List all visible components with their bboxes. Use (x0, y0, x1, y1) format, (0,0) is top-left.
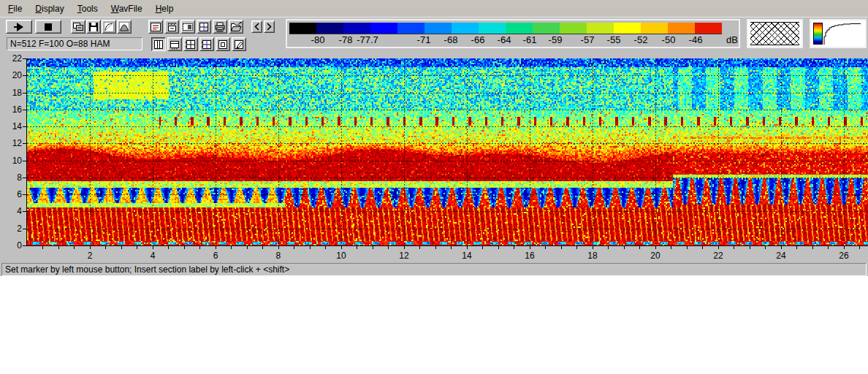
y-axis-tick (23, 93, 26, 94)
db-label--64: -64 (498, 34, 511, 45)
y-axis-tick (23, 229, 26, 229)
color-segment-13 (641, 23, 668, 34)
layout-box-button[interactable] (216, 37, 230, 51)
y-axis-tick (23, 178, 26, 178)
layout-rows-button[interactable] (167, 37, 182, 51)
x-axis-tick (750, 246, 750, 249)
x-axis-tick (231, 246, 232, 249)
waveform-overview-box (747, 19, 803, 48)
window-function-icon (119, 22, 129, 32)
x-axis-label-4: 4 (151, 251, 156, 261)
scale-curve-button[interactable] (102, 20, 116, 34)
db-label--57: -57 (581, 34, 595, 45)
layout-grid-button[interactable] (183, 37, 198, 51)
y-axis-label-8: 8 (1, 172, 22, 183)
x-axis-tick (467, 246, 468, 249)
x-axis-tick (781, 246, 782, 249)
layout-box-icon (217, 39, 229, 50)
x-axis-tick (294, 246, 294, 249)
x-axis-tick (734, 246, 734, 249)
menu-help[interactable]: Help (149, 1, 180, 16)
grid-select-button[interactable]: s (197, 20, 211, 34)
x-axis-tick (624, 246, 625, 249)
x-axis-tick (357, 246, 357, 249)
layout-columns-button[interactable] (151, 37, 166, 51)
db-label--68: -68 (444, 34, 458, 45)
select-region-button[interactable] (180, 20, 195, 34)
db-label--52: -52 (634, 34, 648, 45)
menu-tools[interactable]: Tools (71, 1, 104, 16)
display-marker-button[interactable] (148, 20, 163, 34)
fill-region-icon (182, 22, 194, 32)
log-curve-icon (104, 22, 114, 32)
layout-rows-icon (169, 39, 180, 50)
open-file-button[interactable] (229, 20, 243, 34)
color-segment-10 (560, 23, 587, 34)
menu-wavfile[interactable]: WavFile (104, 1, 149, 16)
x-axis-label-20: 20 (650, 251, 660, 261)
copy-display-button[interactable] (71, 20, 85, 34)
spectrogram-area: 2220181614121086420246810121416182022242… (0, 56, 868, 262)
x-axis-tick (702, 246, 703, 249)
x-axis-tick (153, 246, 153, 249)
x-axis-label-24: 24 (776, 251, 785, 261)
x-axis-tick (137, 246, 137, 249)
grid-select-icon: s (198, 22, 210, 32)
time-scale-button[interactable] (164, 20, 179, 34)
copy-windows-icon (72, 22, 84, 32)
layout-grid-blue-icon (201, 39, 213, 50)
x-axis-tick (168, 246, 169, 249)
x-axis-tick (812, 246, 813, 249)
edit-label-button[interactable] (232, 37, 246, 51)
y-axis-tick (23, 58, 26, 59)
play-button[interactable] (6, 20, 32, 34)
fft-settings-field: N=512 F=100 O=88 HAM (7, 37, 142, 50)
window-function-button[interactable] (117, 20, 132, 34)
y-axis-tick (23, 126, 26, 127)
x-axis-tick (74, 246, 75, 249)
stop-button[interactable] (35, 20, 61, 34)
spectrogram-canvas[interactable] (26, 58, 868, 246)
crosshatch-pattern (750, 22, 799, 45)
x-axis-tick (388, 246, 389, 249)
db-label--77.7: -77.7 (357, 34, 378, 45)
y-axis-tick (23, 110, 26, 110)
y-axis-label-10: 10 (1, 156, 22, 166)
color-segment-9 (533, 23, 560, 34)
x-axis-tick (859, 246, 860, 249)
x-axis-tick (184, 246, 185, 249)
x-axis-tick (482, 246, 483, 249)
y-axis-label-18: 18 (1, 88, 22, 98)
color-segment-3 (370, 23, 397, 34)
x-axis-tick (561, 246, 562, 249)
prev-button[interactable] (251, 20, 262, 33)
x-axis-tick (655, 246, 656, 249)
x-axis-tick (765, 246, 766, 249)
color-scale-bar (289, 23, 722, 34)
layout-grid-icon (185, 39, 197, 50)
x-axis-label-8: 8 (276, 251, 281, 261)
menu-file[interactable]: File (1, 1, 28, 16)
menu-display[interactable]: Display (28, 1, 70, 16)
db-color-scale: dB -80-78-77.7-71-68-66-64-61-59-57-55-5… (286, 19, 740, 48)
display-tools-group: s (148, 20, 243, 34)
y-axis-label-4: 4 (1, 206, 22, 216)
print-button[interactable] (213, 20, 227, 34)
ruler-ticks-icon (166, 22, 178, 32)
x-axis-tick (58, 246, 59, 249)
db-label--50: -50 (662, 34, 676, 45)
color-segment-0 (289, 23, 316, 34)
next-button[interactable] (264, 20, 275, 33)
printer-icon (214, 22, 226, 32)
transport-group (6, 20, 61, 34)
y-axis-tick (23, 194, 26, 195)
color-segment-1 (316, 23, 343, 34)
layout-grid2-button[interactable] (199, 37, 214, 51)
x-axis-tick (718, 246, 719, 249)
x-axis-tick (341, 246, 342, 249)
x-axis-label-16: 16 (525, 251, 534, 261)
save-button[interactable] (86, 20, 101, 34)
play-icon (13, 22, 25, 32)
db-label--61: -61 (523, 34, 537, 45)
y-axis-label-0: 0 (1, 240, 22, 251)
